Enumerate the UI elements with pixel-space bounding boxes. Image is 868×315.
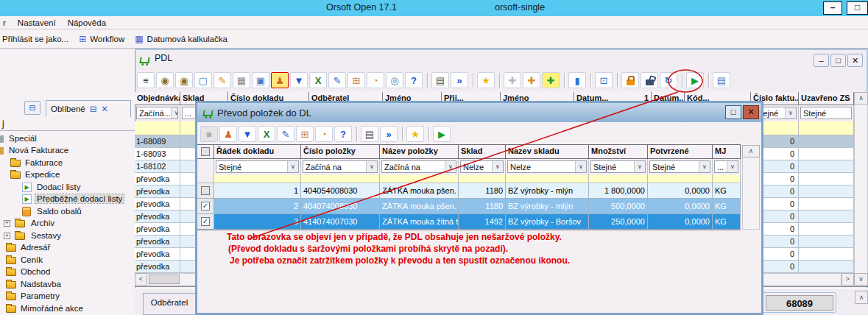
pdl-maximize-button[interactable]: □	[830, 54, 846, 67]
dropdown-arrow-icon[interactable]: ∨	[287, 161, 298, 172]
col-mj[interactable]: MJ	[713, 144, 741, 159]
scroll-down-icon[interactable]: ∨	[854, 273, 868, 286]
pdl-minimize-button[interactable]: –	[814, 54, 829, 67]
excel-export-icon[interactable]: X	[258, 126, 275, 142]
sidebar-item-saldo-obalu[interactable]: Saldo obalů	[0, 206, 135, 218]
filter-mj[interactable]: ...∨	[713, 159, 741, 175]
scroll-left-icon[interactable]: <	[135, 273, 147, 286]
sidebar-item-cenik[interactable]: Ceník	[0, 255, 135, 266]
maximize-button[interactable]: □	[847, 1, 868, 15]
scroll-up-icon[interactable]: ∧	[855, 291, 868, 304]
new-record-icon[interactable]: ▢	[194, 72, 212, 88]
sidebar-item-obchod[interactable]: Obchod	[0, 266, 135, 278]
row-checkbox[interactable]	[197, 183, 214, 199]
clover-active-icon[interactable]: ✚	[542, 72, 560, 88]
sidebar-item-mimoradne-akce[interactable]: Mimořádné akce	[0, 303, 135, 315]
dialog-vertical-scrollbar[interactable]	[742, 145, 760, 230]
col-potvrzene[interactable]: Potvrzené	[648, 144, 713, 159]
sidebar-item-dodaci-listy[interactable]: ▶Dodací listy	[0, 182, 135, 194]
person-filter-icon[interactable]: ♟	[219, 126, 237, 142]
close-tab-icon[interactable]: ✕	[101, 104, 108, 114]
vertical-scrollbar[interactable]	[854, 92, 868, 286]
col-objednavka[interactable]: Objednávka	[135, 92, 180, 105]
scroll-up-icon[interactable]: ∧	[742, 145, 760, 158]
sidebar-item-parametry[interactable]: Parametry	[0, 291, 135, 302]
dialog-row[interactable]: ✓ 2 404074008030 ZÁTKA mouka pšen. ... 1…	[197, 199, 741, 214]
tree-expander[interactable]: +	[4, 233, 10, 239]
col-radek-dokladu[interactable]: Řádek dokladu	[214, 144, 301, 159]
clover-partial-icon[interactable]: ✚	[523, 72, 540, 88]
run-transfer-icon[interactable]: ▶	[686, 72, 704, 88]
disc-icon[interactable]: ◎	[386, 72, 403, 88]
history-icon[interactable]: ◔	[315, 126, 333, 142]
view-icon[interactable]: ◉	[156, 72, 174, 88]
filter-nazev-skladu[interactable]: Nelze∨	[506, 159, 589, 175]
more-actions-icon[interactable]: »	[380, 126, 398, 142]
document-number-field[interactable]: 68089	[766, 295, 833, 311]
dropdown-arrow-icon[interactable]: ∨	[171, 107, 178, 118]
run-transfer-icon[interactable]: ▶	[433, 126, 451, 142]
filter-radek[interactable]: Stejné∨	[214, 159, 301, 175]
col-mnozstvi[interactable]: Množství	[589, 144, 648, 159]
row-checkbox[interactable]: ✓	[197, 214, 214, 230]
tab-oblibene[interactable]: Oblíbené ⊟ ✕	[46, 100, 131, 117]
panel-icon[interactable]: ▮	[568, 72, 586, 88]
list-view-icon[interactable]: ≡	[137, 72, 155, 88]
history-icon[interactable]: ◔	[367, 72, 384, 88]
more-actions-icon[interactable]: »	[451, 72, 468, 88]
row-checkbox[interactable]: ✓	[197, 199, 214, 214]
dialog-row[interactable]: ✓ 3 414074007030 ZÁTKA mouka žitná t... …	[197, 214, 741, 230]
col-sklad[interactable]: Sklad	[459, 144, 506, 159]
dropdown-arrow-icon[interactable]: ∨	[445, 161, 456, 172]
dropdown-arrow-icon[interactable]: ∨	[492, 161, 503, 172]
detach-window-icon[interactable]: ⊡	[595, 72, 613, 88]
dialog-title-bar[interactable]: Převod položek do DL □ ✕	[197, 103, 761, 122]
dropdown-arrow-icon[interactable]: ∨	[785, 107, 796, 118]
filter-cislo[interactable]: Začíná na∨	[301, 159, 380, 175]
menu-item-napoveda[interactable]: Nápověda	[68, 18, 106, 27]
favorites-icon[interactable]: ★	[477, 72, 495, 88]
scroll-up-icon[interactable]: ∧	[854, 92, 868, 105]
scroll-right-icon[interactable]: >	[841, 273, 854, 286]
filter-icon[interactable]: ▼	[290, 72, 308, 88]
dock-panel-button[interactable]: ⊟	[24, 101, 40, 115]
form-view-icon[interactable]: ▤	[713, 72, 730, 88]
dialog-row[interactable]: 1 404054008030 ZÁTKA mouka pšen. ... 118…	[197, 183, 741, 199]
notes-icon[interactable]: ✎	[328, 72, 346, 88]
filter-objednavka[interactable]: Začíná...∨	[135, 105, 180, 121]
select-all-checkbox[interactable]	[197, 144, 214, 159]
favorites-icon[interactable]: ★	[406, 126, 424, 142]
menu-item-nastaveni[interactable]: Nastavení	[18, 18, 56, 27]
dialog-close-button[interactable]: ✕	[743, 105, 759, 119]
sidebar-item-nadstavba[interactable]: Nadstavba	[0, 279, 135, 291]
col-nazev-skladu[interactable]: Nazev skladu	[506, 144, 589, 159]
filter-potvrzene[interactable]: Stejné∨	[648, 159, 713, 175]
odberatel-tab[interactable]: Odběratel	[143, 293, 196, 315]
filter-icon[interactable]: ▼	[239, 126, 256, 142]
copy-record-icon[interactable]: ▣	[252, 72, 269, 88]
sidebar-item-predbezne-dodaci-listy[interactable]: ▶Předběžné dodací listy	[0, 194, 135, 205]
sidebar-item-adresar[interactable]: Adresář	[0, 242, 135, 254]
filter-uzavreno[interactable]: Stejné	[799, 105, 854, 121]
tree-expander[interactable]: +	[4, 220, 10, 227]
dialog-search-row[interactable]	[197, 175, 761, 183]
dropdown-arrow-icon[interactable]: ∨	[366, 161, 377, 172]
filter-sklad[interactable]: Nelze∨	[459, 159, 506, 175]
pdl-close-button[interactable]: ✕	[847, 54, 863, 67]
sidebar-item-fakturace[interactable]: Fakturace	[0, 158, 135, 169]
sidebar-item-sestavy[interactable]: +Sestavy	[0, 230, 135, 242]
help-icon[interactable]: ?	[334, 126, 352, 142]
sidebar-item-archiv[interactable]: +Archiv	[0, 218, 135, 230]
clover-all-icon[interactable]: ✚	[504, 72, 521, 88]
col-nazev-polozky[interactable]: Název položky	[380, 144, 459, 159]
dropdown-arrow-icon[interactable]: ∨	[634, 161, 645, 172]
minimize-button[interactable]: –	[823, 1, 842, 15]
copy-icon[interactable]: ⊞	[347, 72, 365, 88]
edit-record-icon[interactable]: ✎	[214, 72, 231, 88]
sidebar-item-expedice[interactable]: Expedice	[0, 169, 135, 181]
print-icon[interactable]: ▤	[361, 126, 378, 142]
dock-icon[interactable]: ⊟	[90, 104, 97, 114]
excel-export-icon[interactable]: X	[309, 72, 327, 88]
scrollbar-thumb[interactable]	[149, 275, 180, 284]
sidebar-item-nova-fakturace[interactable]: Nová Fakturace	[0, 145, 135, 157]
